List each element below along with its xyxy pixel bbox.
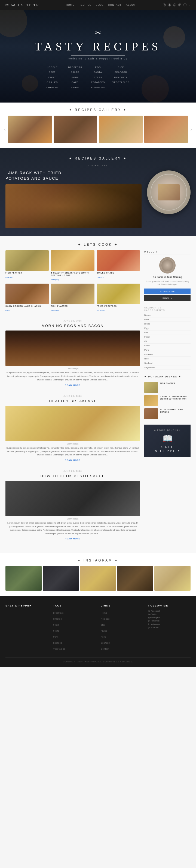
gallery-image-3[interactable] xyxy=(99,116,143,143)
subscribe-button[interactable]: SUBSCRIBE xyxy=(144,288,191,294)
footer-link-recipes[interactable]: Recipes xyxy=(101,618,110,620)
instagram-icon[interactable]: ⓘ xyxy=(184,3,187,7)
nav-contact[interactable]: CONTACT xyxy=(108,4,122,6)
footer-link-contact[interactable]: Contact xyxy=(101,648,109,650)
post-image-3[interactable] xyxy=(5,481,140,516)
signin-button[interactable]: SIGN IN xyxy=(144,295,191,301)
footer-tag-vegetables[interactable]: Vegetables xyxy=(53,648,65,650)
menu-baked[interactable]: Baked xyxy=(44,75,61,80)
gallery-image-2[interactable] xyxy=(54,116,97,143)
menu-potatoes[interactable]: Potatoes xyxy=(89,81,107,84)
gallery-prev-arrow[interactable]: ‹ xyxy=(2,126,8,132)
ingredient-onion[interactable]: Onion xyxy=(144,344,191,348)
menu-corn[interactable]: Corn xyxy=(67,86,84,89)
ingredient-fish[interactable]: Fish xyxy=(144,331,191,335)
menu-meatball[interactable]: Meatball xyxy=(112,75,129,80)
ingredient-beans[interactable]: Beans xyxy=(144,313,191,317)
footer-instagram[interactable]: in Instagram xyxy=(148,623,191,625)
instagram-image-4[interactable] xyxy=(117,566,153,591)
footer-tag-chicken[interactable]: Chicken xyxy=(53,618,62,620)
menu-pasta[interactable]: Pasta xyxy=(89,70,107,74)
menu-steak[interactable]: Steak xyxy=(89,75,107,80)
ingredient-fruity[interactable]: Fruity xyxy=(144,335,191,339)
read-more-1[interactable]: READ MORE xyxy=(5,384,140,386)
cook-category-6[interactable]: potatoes xyxy=(96,310,105,311)
menu-egg[interactable]: Egg xyxy=(89,65,107,69)
footer-tag-fried[interactable]: Fried xyxy=(53,624,59,626)
post-image-1[interactable] xyxy=(5,331,140,366)
read-more-2[interactable]: READ MORE xyxy=(5,459,140,461)
read-more-3[interactable]: READ MORE xyxy=(5,537,140,540)
search-icon[interactable]: ⌕ xyxy=(189,3,191,6)
cook-category-5[interactable]: seafood xyxy=(51,310,58,311)
footer-youtube[interactable]: yt Youtube xyxy=(148,626,191,628)
footer-link-blog[interactable]: Blog xyxy=(101,624,106,626)
ingredient-rice[interactable]: Rice xyxy=(144,357,191,361)
instagram-image-1[interactable] xyxy=(5,566,42,591)
menu-desserts[interactable]: Desserts xyxy=(67,65,84,69)
menu-grilled[interactable]: Grilled xyxy=(44,81,61,84)
cook-image-5[interactable] xyxy=(51,284,94,304)
gallery-next-arrow[interactable]: › xyxy=(188,126,194,132)
cook-category-2[interactable]: category xyxy=(51,279,60,281)
post-image-2[interactable] xyxy=(5,406,140,441)
cook-image-6[interactable] xyxy=(96,284,140,304)
menu-salad[interactable]: Salad xyxy=(67,70,84,74)
menu-seafood[interactable]: Seafood xyxy=(112,70,129,74)
nav-blog[interactable]: BLOG xyxy=(96,4,104,6)
footer-tag-pork[interactable]: Pork xyxy=(53,636,58,638)
footer-twitter[interactable]: tw Twitter xyxy=(148,613,191,616)
twitter-icon[interactable]: ⓣ xyxy=(168,3,171,7)
cook-image-2[interactable] xyxy=(51,250,94,271)
menu-chinese[interactable]: Chinese xyxy=(44,86,61,89)
menu-beef[interactable]: Beef xyxy=(44,70,61,74)
pinterest-icon[interactable]: ⓟ xyxy=(178,3,181,7)
nav-about[interactable]: ABOUT xyxy=(126,4,136,6)
ingredient-beef[interactable]: Beef xyxy=(144,317,191,322)
cook-image-3[interactable] xyxy=(96,250,140,271)
cook-category-3[interactable]: seafood xyxy=(96,277,104,278)
letscook-title: ✦ LETS COOK ✦ xyxy=(5,243,191,247)
footer-link-pork[interactable]: Pork xyxy=(101,636,106,638)
menu-soup[interactable]: Soup xyxy=(67,75,84,80)
nav-recipes[interactable]: RECIPES xyxy=(79,4,91,6)
footer-link-home[interactable]: Home xyxy=(101,612,107,614)
ingredient-pork[interactable]: Pork xyxy=(144,348,191,352)
cook-image-1[interactable] xyxy=(5,250,49,271)
nav-home[interactable]: HOME xyxy=(66,4,74,6)
popular-image-1[interactable] xyxy=(144,382,158,393)
footer-link-seafood[interactable]: Seafood xyxy=(101,642,110,644)
facebook-icon[interactable]: ⓕ xyxy=(163,3,166,7)
popular-image-2[interactable] xyxy=(144,395,158,406)
gallery-image-1[interactable] xyxy=(8,116,52,143)
instagram-image-2[interactable] xyxy=(43,566,79,591)
ingredient-vegetables[interactable]: Vegetables xyxy=(144,365,191,370)
footer-link-fruits[interactable]: Fruits xyxy=(101,630,107,632)
footer-tag-fruits[interactable]: Fruits xyxy=(53,630,60,632)
gallery-image-4[interactable] xyxy=(144,116,188,143)
menu-noodle[interactable]: Noodle xyxy=(44,65,61,69)
ingredient-eggs[interactable]: Eggs xyxy=(144,326,191,331)
cook-category-4[interactable]: meat xyxy=(5,310,10,311)
footer-tag-seafood[interactable]: Seafood xyxy=(53,642,62,644)
menu-potatoes2[interactable]: Potatoes xyxy=(89,86,107,89)
copyright-text: COPYRIGHT 2016 TASTYFOODIES. SUPPORTED B… xyxy=(63,661,133,663)
google-icon[interactable]: ⓖ xyxy=(173,3,176,7)
ingredient-potatoes[interactable]: Potatoes xyxy=(144,352,191,357)
menu-cake[interactable]: Cake xyxy=(67,81,84,84)
popular-image-3[interactable] xyxy=(144,408,158,419)
footer-tag-breakfast[interactable]: Breakfast xyxy=(53,612,64,614)
ingredient-bread[interactable]: Bread xyxy=(144,322,191,326)
instagram-image-5[interactable] xyxy=(154,566,191,591)
footer-google[interactable]: g+ Google+ xyxy=(148,616,191,619)
cook-category-1[interactable]: seafood xyxy=(5,277,13,278)
footer-facebook[interactable]: fb Facebook xyxy=(148,610,191,612)
featured-recipe-image[interactable] xyxy=(5,184,142,228)
ingredient-seafood[interactable]: Seafood xyxy=(144,361,191,365)
instagram-image-3[interactable] xyxy=(80,566,116,591)
menu-rice[interactable]: Rice xyxy=(112,65,129,69)
footer-pinterest[interactable]: pt Pinterest xyxy=(148,620,191,622)
ingredient-oil[interactable]: Oil xyxy=(144,339,191,344)
menu-vegetables[interactable]: Vegetables xyxy=(112,81,129,84)
cook-image-4[interactable] xyxy=(5,284,49,304)
